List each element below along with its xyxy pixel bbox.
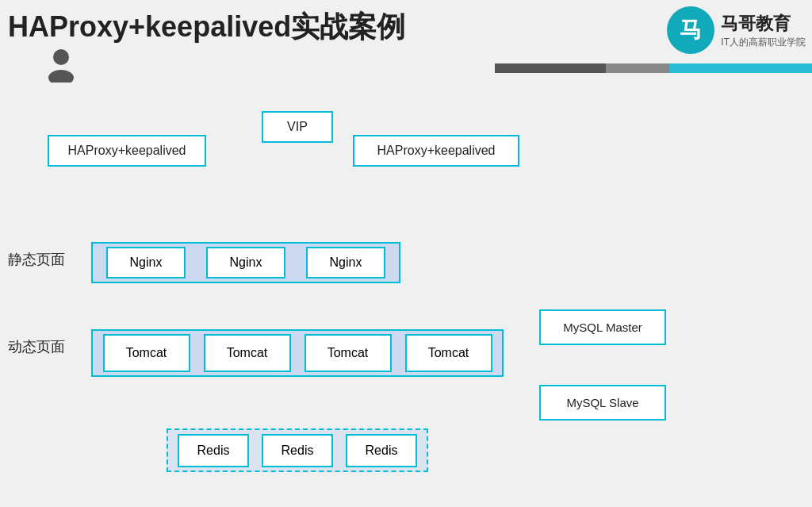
- logo-main-text: 马哥教育: [721, 12, 791, 36]
- vip-box: VIP: [262, 111, 333, 143]
- mysql-master-label: MySQL Master: [563, 321, 642, 334]
- nginx-box-2: Nginx: [206, 247, 285, 278]
- tomcat-label-4: Tomcat: [428, 346, 469, 360]
- tomcat-label-1: Tomcat: [126, 346, 167, 360]
- nginx-label-2: Nginx: [230, 255, 262, 270]
- dynamic-page-label: 动态页面: [8, 337, 65, 356]
- nginx-label-1: Nginx: [130, 255, 163, 270]
- redis-group: Redis Redis Redis: [167, 428, 428, 472]
- redis-label-1: Redis: [197, 444, 230, 458]
- tomcat-label-2: Tomcat: [227, 346, 268, 360]
- haproxy-right-label: HAProxy+keepalived: [377, 144, 496, 158]
- diagram-area: VIP HAProxy+keepalived HAProxy+keepalive…: [0, 40, 812, 500]
- nginx-box-3: Nginx: [306, 247, 385, 278]
- nginx-box-1: Nginx: [106, 247, 186, 278]
- tomcat-box-4: Tomcat: [405, 334, 492, 372]
- tomcat-group: Tomcat Tomcat Tomcat Tomcat: [91, 329, 504, 377]
- tomcat-box-3: Tomcat: [304, 334, 392, 372]
- redis-box-2: Redis: [262, 434, 333, 467]
- haproxy-right-box: HAProxy+keepalived: [353, 135, 519, 167]
- redis-label-3: Redis: [366, 444, 398, 458]
- tomcat-label-3: Tomcat: [327, 346, 369, 360]
- static-page-label: 静态页面: [8, 250, 65, 269]
- mysql-master-box: MySQL Master: [539, 309, 666, 345]
- redis-box-3: Redis: [346, 434, 417, 467]
- haproxy-left-box: HAProxy+keepalived: [48, 135, 206, 167]
- main-container: HAProxy+keepalived实战案例 马 马哥教育 IT人的高薪职业学院…: [0, 0, 812, 507]
- tomcat-box-1: Tomcat: [103, 334, 190, 372]
- redis-box-1: Redis: [178, 434, 249, 467]
- mysql-slave-box: MySQL Slave: [539, 385, 666, 421]
- nginx-group: Nginx Nginx Nginx: [91, 242, 400, 283]
- mysql-slave-label: MySQL Slave: [566, 396, 638, 409]
- tomcat-box-2: Tomcat: [204, 334, 291, 372]
- vip-label: VIP: [287, 120, 308, 134]
- nginx-label-3: Nginx: [330, 255, 362, 270]
- haproxy-left-label: HAProxy+keepalived: [68, 144, 186, 158]
- redis-label-2: Redis: [282, 444, 314, 458]
